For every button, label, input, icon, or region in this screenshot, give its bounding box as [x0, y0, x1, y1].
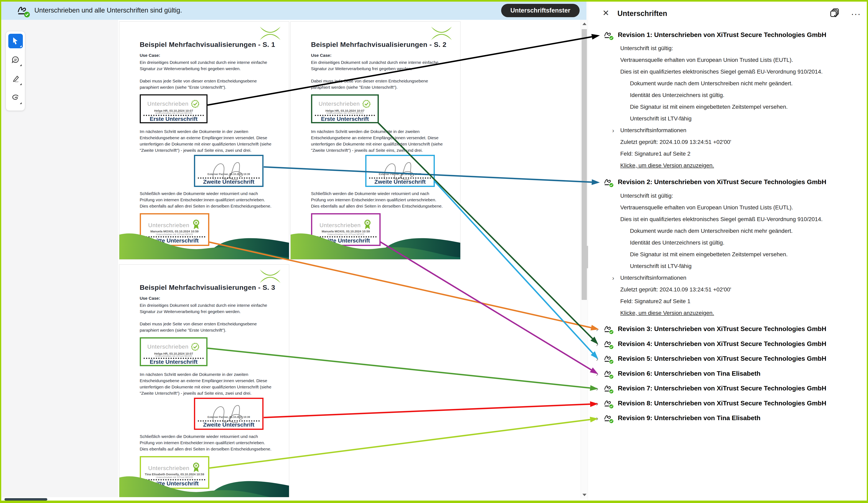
- signer-name: Helga HR, 03.10.2024 10:07: [141, 352, 206, 355]
- signature-valid-icon: [604, 369, 614, 380]
- xitrust-logo: [430, 26, 453, 42]
- view-version-link[interactable]: Klicke, um diese Version anzuzeigen.: [620, 162, 714, 169]
- scroll-up-icon[interactable]: [582, 23, 587, 25]
- tool-dropdown-indicator: [20, 83, 22, 85]
- tool-dropdown-indicator: [20, 102, 22, 104]
- page-paragraph: Schließlich werden die Dokumente wieder …: [140, 190, 272, 209]
- vertical-scrollbar[interactable]: [581, 20, 588, 499]
- page-paragraph: Im nächsten Schritt werden die Dokumente…: [140, 128, 272, 154]
- revision-title[interactable]: Revision 2: Unterschrieben von XiTrust S…: [618, 178, 826, 186]
- revision-title[interactable]: Revision 4: Unterschrieben von XiTrust S…: [618, 340, 826, 348]
- revision-title[interactable]: Revision 5: Unterschrieben von XiTrust S…: [618, 355, 826, 362]
- page-paragraph: Ein dreiseitiges Dokument soll zunächst …: [311, 59, 443, 72]
- chevron-right-icon[interactable]: ›: [596, 370, 598, 377]
- chevron-right-icon[interactable]: ›: [596, 400, 598, 407]
- signer-name: Helga HR, 03.10.2024 10:07: [141, 109, 207, 112]
- check-badge-icon: [188, 344, 200, 350]
- ellipsis-icon[interactable]: ...: [851, 7, 861, 17]
- chevron-right-icon[interactable]: ›: [596, 326, 598, 333]
- xitrust-logo: [258, 26, 282, 42]
- page-footer-wave: [119, 467, 289, 502]
- highlight-tool[interactable]: [8, 72, 23, 86]
- revision-title[interactable]: Revision 9: Unterschrieben von Tina Elis…: [618, 414, 761, 422]
- signature-valid-icon: [604, 177, 614, 188]
- revision-title[interactable]: Revision 6: Unterschrieben von Tina Elis…: [618, 370, 761, 377]
- document-page: Beispiel Mehrfachvisualisierungen - S. 3…: [119, 264, 289, 502]
- revision-detail: Zuletzt geprüft: 2024.10.09 13:24:51 +02…: [620, 286, 731, 293]
- signature-valid-icon: [604, 354, 614, 365]
- signature-status: Unterschrieben: [141, 342, 206, 352]
- revision-detail: Feld: Signature2 auf Seite 1: [620, 298, 690, 305]
- signature-valid-icon: [604, 413, 614, 425]
- revision-detail: Dies ist ein qualifiziertes elektronisch…: [620, 216, 823, 222]
- chevron-right-icon[interactable]: ›: [612, 127, 614, 134]
- signature-valid-icon: [604, 384, 614, 395]
- signature-field[interactable]: UnterschriebenUnterschrieben mit XiTrust…: [140, 94, 208, 123]
- signature-status: Unterschrieben: [312, 99, 378, 108]
- panel-splitter-handle[interactable]: [587, 246, 588, 269]
- panel-title: Unterschriften: [618, 9, 667, 18]
- signature-info-toggle[interactable]: Unterschriftsinformationen: [620, 275, 686, 281]
- signer-name: Externer Partner, 03.10.2024 10:39: [195, 416, 262, 419]
- signature-field[interactable]: UnterschriebenUnterschrieben mit XiTrust…: [311, 94, 379, 123]
- tool-dropdown-indicator: [20, 45, 22, 47]
- signature-field[interactable]: Externer Partner, 03.10.2024 10:39Zweite…: [194, 398, 264, 430]
- page-heading: Beispiel Mehrfachvisualisierungen - S. 2: [311, 41, 446, 49]
- signature-label: Zweite Unterschrift: [195, 421, 262, 428]
- revision-detail: Dokument wurde nach dem Unterschreiben n…: [630, 228, 793, 234]
- chevron-right-icon[interactable]: ›: [596, 340, 598, 347]
- signer-name: Externer Partner, 03.10.2024 10:39: [366, 172, 434, 176]
- document-page: Beispiel Mehrfachvisualisierungen - S. 2…: [290, 21, 461, 260]
- check-badge-icon: [360, 101, 371, 107]
- signature-label: Zweite Unterschrift: [195, 179, 262, 185]
- vertical-scrollbar-thumb[interactable]: [582, 29, 587, 300]
- signature-valid-icon: [604, 398, 614, 410]
- revision-title[interactable]: Revision 1: Unterschrieben von XiTrust S…: [618, 31, 826, 39]
- signature-info-toggle[interactable]: Unterschriftsinformationen: [620, 127, 686, 134]
- chevron-right-icon[interactable]: ›: [612, 275, 614, 282]
- chevron-right-icon[interactable]: ›: [596, 385, 598, 392]
- page-paragraph: Schließlich werden die Dokumente wieder …: [140, 433, 272, 452]
- draw-tool[interactable]: [8, 91, 23, 105]
- revision-title[interactable]: Revision 8: Unterschrieben von XiTrust S…: [618, 399, 826, 407]
- check-badge-icon: [188, 101, 200, 107]
- revision-title[interactable]: Revision 7: Unterschrieben von XiTrust S…: [618, 385, 826, 392]
- signature-panel-button[interactable]: Unterschriftsfenster: [501, 4, 580, 17]
- revision-detail: Unterschrift ist gültig:: [620, 192, 673, 199]
- view-version-link[interactable]: Klicke, um diese Version anzuzeigen.: [620, 310, 714, 316]
- left-navigation-rail: [1, 20, 118, 499]
- comment-tool[interactable]: [8, 53, 23, 67]
- revision-detail: Feld: Signature1 auf Seite 2: [620, 150, 690, 157]
- revision-detail: Identität des Unterzeichners ist gültig.: [630, 240, 724, 246]
- signature-field[interactable]: UnterschriebenUnterschrieben mit XiTrust…: [140, 337, 208, 366]
- page-paragraph: Im nächsten Schritt werden die Dokumente…: [140, 371, 272, 396]
- page-paragraph: Dabei muss jede Seite von dieser ersten …: [140, 78, 272, 90]
- horizontal-scrollbar[interactable]: [2, 497, 581, 502]
- signature-field[interactable]: Externer Partner, 03.10.2024 10:39Zweite…: [194, 155, 264, 187]
- signature-field[interactable]: Externer Partner, 03.10.2024 10:39Zweite…: [365, 155, 435, 187]
- revision-detail: Unterschrift ist LTV-fähig: [630, 263, 691, 269]
- page-paragraph: Dabei muss jede Seite von dieser ersten …: [140, 321, 272, 333]
- floating-toolbar: [6, 31, 25, 111]
- use-case-label: Use Case:: [140, 296, 161, 301]
- document-page: Beispiel Mehrfachvisualisierungen - S. 1…: [119, 21, 289, 260]
- chevron-right-icon[interactable]: ›: [596, 355, 598, 362]
- page-paragraph: Ein dreiseitiges Dokument soll zunächst …: [140, 302, 272, 315]
- page-paragraph: Dabei muss jede Seite von dieser ersten …: [311, 78, 443, 90]
- chevron-right-icon[interactable]: ›: [596, 415, 598, 421]
- revision-title[interactable]: Revision 3: Unterschrieben von XiTrust S…: [618, 325, 826, 333]
- validate-signatures-icon[interactable]: [830, 8, 841, 19]
- signature-valid-icon: [604, 30, 614, 41]
- revision-detail: Zuletzt geprüft: 2024.10.09 13:24:51 +02…: [620, 139, 731, 145]
- signatures-panel: ✕ Unterschriften ... Revision 1: Untersc…: [588, 2, 868, 502]
- revision-detail: Die Signatur ist mit einem eingebetteten…: [630, 251, 788, 258]
- use-case-label: Use Case:: [140, 53, 161, 58]
- select-tool[interactable]: [8, 34, 23, 48]
- revision-detail: Unterschrift ist gültig:: [620, 45, 673, 52]
- close-icon[interactable]: ✕: [602, 9, 609, 17]
- horizontal-scrollbar-thumb[interactable]: [4, 498, 47, 501]
- scroll-down-icon[interactable]: [582, 494, 587, 496]
- use-case-label: Use Case:: [311, 53, 332, 58]
- page-paragraph: Schließlich werden die Dokumente wieder …: [311, 190, 443, 209]
- xitrust-logo: [258, 269, 282, 284]
